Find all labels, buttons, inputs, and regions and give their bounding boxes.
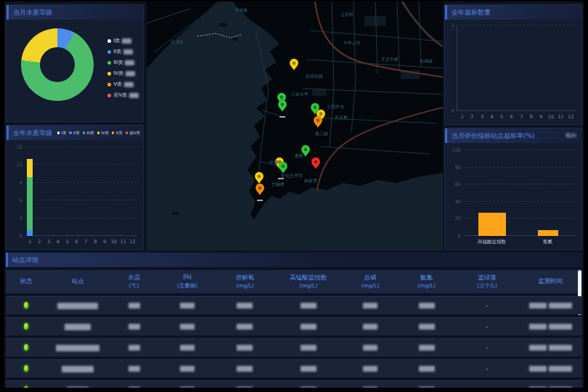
algae-cell: -: [455, 366, 518, 372]
redacted-time: [549, 324, 572, 330]
redacted-date: [529, 345, 547, 351]
redacted-value: [125, 60, 134, 65]
y-tick-label: 100: [452, 147, 461, 153]
legend-dot: [126, 131, 128, 134]
redacted-value: [237, 303, 253, 309]
legend-item-monthly[interactable]: III类: [107, 59, 139, 66]
y-tick-label: 6: [20, 197, 23, 203]
pin-hole: [304, 148, 308, 152]
map-place-label: 五星村: [340, 12, 354, 18]
redacted-value: [301, 303, 317, 309]
redacted-value: [363, 303, 377, 309]
status-dot-green: [23, 343, 29, 351]
status-cell: [6, 385, 46, 388]
redacted-time: [549, 303, 572, 309]
donut-legend: I类II类III类IV类V类劣V类: [107, 37, 139, 99]
map[interactable]: 石漠岭渔港路五星村市中心区高浪西路天安大桥机场路立国大道寿安桥昌江路江南大学古杨…: [147, 1, 443, 250]
gridline: 60: [464, 184, 576, 184]
legend-label: III类: [86, 131, 94, 136]
column-unit: (mg/L): [274, 282, 343, 290]
column-label: PH: [183, 274, 192, 281]
redacted-value: [129, 93, 139, 98]
pin-hole: [258, 175, 261, 179]
value-cell: [158, 303, 216, 309]
time-cell: [519, 366, 582, 372]
value-cell: [274, 324, 343, 330]
legend-item-monthly[interactable]: 劣V类: [107, 91, 139, 99]
legend-item-monthly[interactable]: I类: [107, 37, 139, 44]
pin-hole: [282, 165, 285, 168]
monthly-rate-chart: 020406080100高锰酸盐指数氨氮: [464, 150, 576, 236]
pin-hole: [280, 96, 284, 99]
panel-station-table: 站点详报 状态站点水温(℃)PH(无量纲)溶解氧(mg/L)高锰酸盐指数(mg/…: [6, 253, 582, 388]
legend-item-monthly[interactable]: V类: [107, 81, 139, 88]
legend-item-annual[interactable]: V类: [112, 131, 123, 136]
x-tick-label: 4: [53, 236, 62, 245]
redacted-time: [549, 366, 572, 372]
redacted-value: [237, 387, 253, 388]
value-cell: [274, 366, 343, 372]
map-place-label: 古杨桥: [271, 181, 285, 188]
table-row[interactable]: -: [6, 380, 582, 388]
bar-segment-III类: [27, 177, 33, 230]
x-tick-label: 1: [457, 111, 467, 120]
pin-hole: [314, 160, 318, 164]
x-tick-label: 8: [91, 236, 100, 245]
value-cell: [343, 303, 397, 309]
table-row[interactable]: -: [6, 338, 582, 356]
legend-item-annual[interactable]: I类: [57, 131, 67, 136]
table-body: - - - - -: [6, 296, 582, 388]
map-place-label: 渔港路: [234, 7, 248, 14]
redacted-value: [180, 345, 195, 351]
value-cell: [343, 324, 397, 330]
status-cell: [6, 322, 46, 332]
legend-item-monthly[interactable]: II类: [107, 48, 139, 55]
map-place-label: 青桥: [295, 153, 303, 160]
table-row[interactable]: -: [6, 317, 582, 335]
value-cell: [398, 345, 455, 351]
pin-hole: [258, 187, 262, 190]
time-cell: [519, 324, 582, 330]
map-place-label: 机场路: [420, 58, 433, 65]
rules-link[interactable]: 规则: [565, 128, 576, 143]
time-cell: [519, 345, 582, 351]
legend-item-monthly[interactable]: IV类: [107, 70, 139, 77]
table-row[interactable]: -: [6, 359, 582, 377]
redacted-station-name: [57, 303, 98, 309]
redacted-date: [529, 303, 547, 309]
x-tick-label: 3: [477, 111, 487, 120]
legend-item-annual[interactable]: III类: [83, 131, 94, 136]
value-cell: [158, 387, 216, 388]
legend-dot: [57, 131, 60, 134]
column-label: 水温: [128, 274, 140, 281]
column-header-溶解氧: 溶解氧(mg/L): [216, 274, 274, 290]
panel-monthly-rate: 当月评价指标站点超标率(%) 规则 020406080100高锰酸盐指数氨氮: [444, 128, 582, 250]
y-tick-label: 0: [20, 233, 23, 239]
x-tick-label: 2: [467, 111, 478, 120]
redacted-value: [419, 324, 435, 330]
legend-item-annual[interactable]: 劣V类: [126, 131, 140, 136]
table-row[interactable]: -: [6, 296, 582, 314]
column-header-状态: 状态: [6, 277, 46, 285]
value-cell: [158, 345, 216, 351]
algae-cell: -: [455, 324, 518, 330]
gridline: 9: [25, 182, 137, 183]
redacted-value: [124, 82, 134, 87]
legend-label: I类: [61, 131, 66, 136]
time-cell: [519, 303, 582, 309]
value-cell: [110, 303, 158, 309]
gridline: 12: [25, 164, 137, 165]
redacted-value: [128, 366, 140, 372]
value-cell: [398, 387, 455, 388]
column-header-监测时间: 监测时间: [519, 277, 582, 285]
algae-cell: -: [455, 303, 518, 309]
column-label: 状态: [20, 277, 32, 285]
value-cell: [216, 303, 274, 309]
y-tick-label: 0: [452, 108, 454, 114]
legend-item-annual[interactable]: IV类: [97, 131, 109, 136]
redacted-value: [363, 366, 377, 372]
x-tick-label: 9: [100, 236, 110, 245]
x-tick-label: 5: [497, 111, 507, 120]
legend-item-annual[interactable]: II类: [69, 131, 79, 136]
panel-title: 当月评价指标站点超标率(%): [445, 128, 581, 143]
